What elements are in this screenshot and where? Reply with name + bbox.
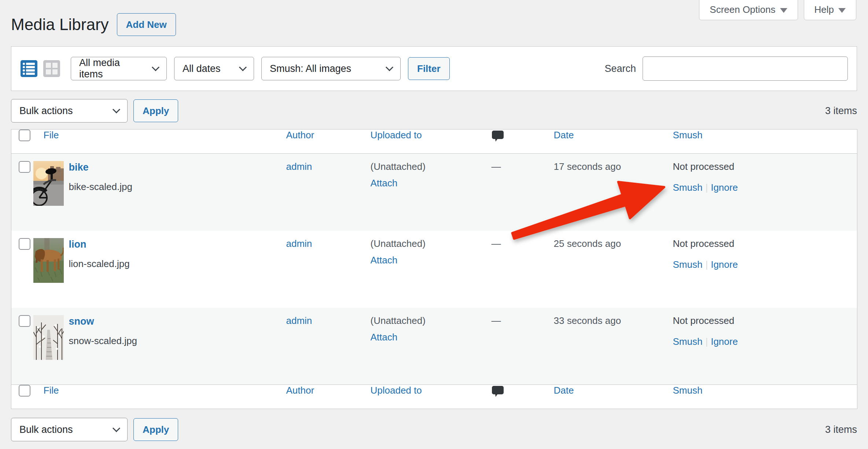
apply-button[interactable]: Apply <box>133 99 178 122</box>
chevron-down-icon <box>838 8 846 13</box>
file-title-link[interactable]: bike <box>69 162 132 173</box>
search-input[interactable] <box>643 56 848 81</box>
upload-date: 33 seconds ago <box>554 315 621 326</box>
smush-link[interactable]: Smush <box>673 182 703 193</box>
chevron-down-icon <box>239 63 247 71</box>
bulk-actions-select[interactable]: Bulk actions <box>11 418 128 441</box>
row-checkbox[interactable] <box>19 161 30 173</box>
chevron-down-icon <box>780 8 787 13</box>
help-label: Help <box>814 4 834 15</box>
attach-link[interactable]: Attach <box>371 178 398 189</box>
file-title-link[interactable]: lion <box>69 239 130 250</box>
uploaded-to-status: (Unattached) <box>371 161 492 172</box>
separator: | <box>702 182 711 193</box>
column-footer-author[interactable]: Author <box>286 385 315 396</box>
media-type-select-value: All media items <box>79 57 146 80</box>
select-all-checkbox[interactable] <box>19 385 30 397</box>
column-footer-smush[interactable]: Smush <box>673 385 703 396</box>
smush-filter-select[interactable]: Smush: All images <box>261 57 401 80</box>
author-link[interactable]: admin <box>286 238 312 249</box>
column-header-uploaded-to[interactable]: Uploaded to <box>371 129 422 140</box>
item-count: 3 items <box>825 105 857 117</box>
chevron-down-icon <box>152 63 159 71</box>
search-group: Search <box>604 56 848 81</box>
upload-date: 17 seconds ago <box>554 161 621 172</box>
filter-button[interactable]: Filter <box>408 57 450 80</box>
list-view-icon[interactable] <box>20 60 38 77</box>
ignore-link[interactable]: Ignore <box>711 259 738 270</box>
chevron-down-icon <box>113 424 120 432</box>
smush-filter-select-value: Smush: All images <box>270 63 351 74</box>
snow-thumbnail[interactable] <box>33 315 64 360</box>
bulk-actions-select[interactable]: Bulk actions <box>11 99 128 123</box>
filter-selects: All media items All dates Smush: All ima… <box>71 57 450 80</box>
author-link[interactable]: admin <box>286 315 312 326</box>
separator: | <box>702 259 711 270</box>
uploaded-to-status: (Unattached) <box>371 315 492 326</box>
media-library-screen: Screen Options Help Media Library Add Ne… <box>0 0 868 449</box>
ignore-link[interactable]: Ignore <box>711 336 738 347</box>
ignore-link[interactable]: Ignore <box>711 182 738 193</box>
column-footer-uploaded-to[interactable]: Uploaded to <box>371 385 422 396</box>
item-count: 3 items <box>825 424 857 435</box>
help-button[interactable]: Help <box>804 0 856 20</box>
comments-count: — <box>492 161 501 172</box>
attach-link[interactable]: Attach <box>371 255 398 266</box>
comments-column-icon[interactable] <box>492 385 504 400</box>
row-checkbox[interactable] <box>19 238 30 250</box>
bulk-actions-bottom: Bulk actions Apply 3 items <box>11 418 857 441</box>
author-link[interactable]: admin <box>286 161 312 172</box>
table-header: File Author Uploaded to Date Smush <box>11 129 857 154</box>
smush-status: Not processed <box>673 161 857 172</box>
file-name: snow-scaled.jpg <box>69 335 137 347</box>
file-name: bike-scaled.jpg <box>69 181 132 193</box>
media-type-select[interactable]: All media items <box>71 57 167 80</box>
row-checkbox[interactable] <box>19 315 30 327</box>
column-header-author[interactable]: Author <box>286 129 315 140</box>
comments-column-icon[interactable] <box>492 129 504 145</box>
smush-status: Not processed <box>673 238 857 249</box>
media-list-table: File Author Uploaded to Date Smush <box>11 129 857 409</box>
upload-date: 25 seconds ago <box>554 238 621 249</box>
lion-thumbnail[interactable] <box>33 238 64 283</box>
bulk-actions-select-value: Bulk actions <box>19 424 73 435</box>
column-header-date[interactable]: Date <box>554 129 574 140</box>
chevron-down-icon <box>113 105 120 113</box>
grid-view-icon[interactable] <box>43 60 60 77</box>
filter-toolbar: All media items All dates Smush: All ima… <box>11 46 857 91</box>
smush-status: Not processed <box>673 315 857 326</box>
screen-options-label: Screen Options <box>710 4 775 15</box>
comments-count: — <box>492 315 501 326</box>
chevron-down-icon <box>386 63 393 71</box>
select-all-checkbox[interactable] <box>19 129 30 141</box>
search-label: Search <box>604 63 636 74</box>
bike-thumbnail[interactable] <box>33 161 64 206</box>
date-filter-select[interactable]: All dates <box>174 57 254 80</box>
smush-link[interactable]: Smush <box>673 336 703 347</box>
date-filter-select-value: All dates <box>183 63 221 74</box>
admin-top-tabs: Screen Options Help <box>699 0 856 20</box>
bulk-actions-select-value: Bulk actions <box>19 105 73 117</box>
attach-link[interactable]: Attach <box>371 332 398 343</box>
separator: | <box>702 336 711 347</box>
table-row-snow: snow snow-scaled.jpg admin (Unattached) … <box>11 308 857 385</box>
column-header-file[interactable]: File <box>44 129 59 140</box>
file-name: lion-scaled.jpg <box>69 258 130 270</box>
column-footer-file[interactable]: File <box>44 385 59 396</box>
column-header-smush[interactable]: Smush <box>673 129 703 140</box>
screen-options-button[interactable]: Screen Options <box>699 0 798 20</box>
table-footer: File Author Uploaded to Date Smush <box>11 385 857 409</box>
column-footer-date[interactable]: Date <box>554 385 574 396</box>
apply-button[interactable]: Apply <box>133 418 178 441</box>
comments-count: — <box>492 238 501 249</box>
table-row-bike: bike bike-scaled.jpg admin (Unattached) … <box>11 154 857 231</box>
view-mode-switcher <box>20 60 60 77</box>
table-row-lion: lion lion-scaled.jpg admin (Unattached) … <box>11 231 857 308</box>
smush-link[interactable]: Smush <box>673 259 703 270</box>
add-new-button[interactable]: Add New <box>117 13 176 36</box>
bulk-actions-top: Bulk actions Apply 3 items <box>11 99 857 123</box>
page-title: Media Library <box>11 15 109 34</box>
file-title-link[interactable]: snow <box>69 316 137 327</box>
uploaded-to-status: (Unattached) <box>371 238 492 249</box>
